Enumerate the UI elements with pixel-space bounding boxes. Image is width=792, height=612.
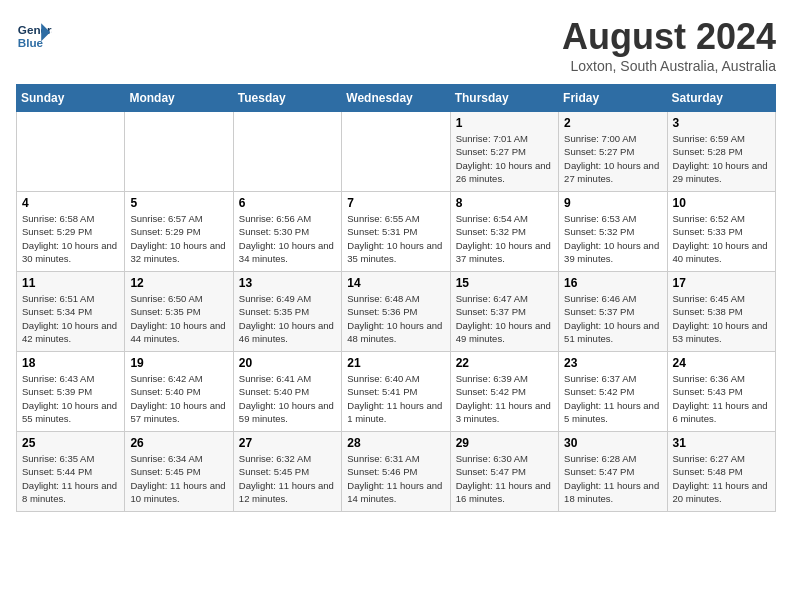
day-number: 28 xyxy=(347,436,444,450)
day-info: Sunrise: 6:32 AMSunset: 5:45 PMDaylight:… xyxy=(239,452,336,505)
day-number: 17 xyxy=(673,276,770,290)
logo: General Blue xyxy=(16,16,52,52)
day-info: Sunrise: 6:52 AMSunset: 5:33 PMDaylight:… xyxy=(673,212,770,265)
calendar-cell: 16Sunrise: 6:46 AMSunset: 5:37 PMDayligh… xyxy=(559,272,667,352)
day-number: 22 xyxy=(456,356,553,370)
calendar-cell: 17Sunrise: 6:45 AMSunset: 5:38 PMDayligh… xyxy=(667,272,775,352)
calendar-cell xyxy=(342,112,450,192)
title-block: August 2024 Loxton, South Australia, Aus… xyxy=(562,16,776,74)
day-info: Sunrise: 6:27 AMSunset: 5:48 PMDaylight:… xyxy=(673,452,770,505)
day-info: Sunrise: 6:45 AMSunset: 5:38 PMDaylight:… xyxy=(673,292,770,345)
day-info: Sunrise: 6:51 AMSunset: 5:34 PMDaylight:… xyxy=(22,292,119,345)
day-info: Sunrise: 6:57 AMSunset: 5:29 PMDaylight:… xyxy=(130,212,227,265)
logo-icon: General Blue xyxy=(16,16,52,52)
calendar-cell: 27Sunrise: 6:32 AMSunset: 5:45 PMDayligh… xyxy=(233,432,341,512)
day-info: Sunrise: 6:49 AMSunset: 5:35 PMDaylight:… xyxy=(239,292,336,345)
calendar-cell: 4Sunrise: 6:58 AMSunset: 5:29 PMDaylight… xyxy=(17,192,125,272)
day-info: Sunrise: 6:43 AMSunset: 5:39 PMDaylight:… xyxy=(22,372,119,425)
calendar-cell: 22Sunrise: 6:39 AMSunset: 5:42 PMDayligh… xyxy=(450,352,558,432)
day-number: 1 xyxy=(456,116,553,130)
day-number: 30 xyxy=(564,436,661,450)
day-number: 4 xyxy=(22,196,119,210)
day-number: 15 xyxy=(456,276,553,290)
page-header: General Blue August 2024 Loxton, South A… xyxy=(16,16,776,74)
calendar-cell: 30Sunrise: 6:28 AMSunset: 5:47 PMDayligh… xyxy=(559,432,667,512)
calendar-cell: 14Sunrise: 6:48 AMSunset: 5:36 PMDayligh… xyxy=(342,272,450,352)
calendar-cell: 21Sunrise: 6:40 AMSunset: 5:41 PMDayligh… xyxy=(342,352,450,432)
calendar-cell: 5Sunrise: 6:57 AMSunset: 5:29 PMDaylight… xyxy=(125,192,233,272)
calendar-cell: 13Sunrise: 6:49 AMSunset: 5:35 PMDayligh… xyxy=(233,272,341,352)
location: Loxton, South Australia, Australia xyxy=(562,58,776,74)
day-info: Sunrise: 6:31 AMSunset: 5:46 PMDaylight:… xyxy=(347,452,444,505)
day-number: 10 xyxy=(673,196,770,210)
day-number: 5 xyxy=(130,196,227,210)
day-info: Sunrise: 6:58 AMSunset: 5:29 PMDaylight:… xyxy=(22,212,119,265)
day-number: 18 xyxy=(22,356,119,370)
calendar-cell: 2Sunrise: 7:00 AMSunset: 5:27 PMDaylight… xyxy=(559,112,667,192)
day-number: 16 xyxy=(564,276,661,290)
calendar-cell: 25Sunrise: 6:35 AMSunset: 5:44 PMDayligh… xyxy=(17,432,125,512)
weekday-header-sunday: Sunday xyxy=(17,85,125,112)
day-number: 7 xyxy=(347,196,444,210)
calendar-cell: 24Sunrise: 6:36 AMSunset: 5:43 PMDayligh… xyxy=(667,352,775,432)
day-number: 3 xyxy=(673,116,770,130)
day-info: Sunrise: 6:35 AMSunset: 5:44 PMDaylight:… xyxy=(22,452,119,505)
calendar-cell xyxy=(233,112,341,192)
day-number: 11 xyxy=(22,276,119,290)
calendar-cell xyxy=(17,112,125,192)
calendar-cell: 26Sunrise: 6:34 AMSunset: 5:45 PMDayligh… xyxy=(125,432,233,512)
calendar-cell: 6Sunrise: 6:56 AMSunset: 5:30 PMDaylight… xyxy=(233,192,341,272)
calendar-cell: 3Sunrise: 6:59 AMSunset: 5:28 PMDaylight… xyxy=(667,112,775,192)
day-info: Sunrise: 7:00 AMSunset: 5:27 PMDaylight:… xyxy=(564,132,661,185)
day-info: Sunrise: 6:46 AMSunset: 5:37 PMDaylight:… xyxy=(564,292,661,345)
calendar-cell: 10Sunrise: 6:52 AMSunset: 5:33 PMDayligh… xyxy=(667,192,775,272)
day-info: Sunrise: 6:34 AMSunset: 5:45 PMDaylight:… xyxy=(130,452,227,505)
calendar-cell: 29Sunrise: 6:30 AMSunset: 5:47 PMDayligh… xyxy=(450,432,558,512)
day-number: 14 xyxy=(347,276,444,290)
calendar-cell: 31Sunrise: 6:27 AMSunset: 5:48 PMDayligh… xyxy=(667,432,775,512)
calendar-cell: 9Sunrise: 6:53 AMSunset: 5:32 PMDaylight… xyxy=(559,192,667,272)
day-info: Sunrise: 6:47 AMSunset: 5:37 PMDaylight:… xyxy=(456,292,553,345)
day-number: 23 xyxy=(564,356,661,370)
day-number: 2 xyxy=(564,116,661,130)
day-number: 8 xyxy=(456,196,553,210)
day-number: 9 xyxy=(564,196,661,210)
day-info: Sunrise: 6:54 AMSunset: 5:32 PMDaylight:… xyxy=(456,212,553,265)
day-number: 27 xyxy=(239,436,336,450)
day-info: Sunrise: 7:01 AMSunset: 5:27 PMDaylight:… xyxy=(456,132,553,185)
calendar-cell: 19Sunrise: 6:42 AMSunset: 5:40 PMDayligh… xyxy=(125,352,233,432)
day-info: Sunrise: 6:56 AMSunset: 5:30 PMDaylight:… xyxy=(239,212,336,265)
weekday-header-monday: Monday xyxy=(125,85,233,112)
day-number: 13 xyxy=(239,276,336,290)
day-info: Sunrise: 6:39 AMSunset: 5:42 PMDaylight:… xyxy=(456,372,553,425)
weekday-header-tuesday: Tuesday xyxy=(233,85,341,112)
day-info: Sunrise: 6:55 AMSunset: 5:31 PMDaylight:… xyxy=(347,212,444,265)
day-number: 19 xyxy=(130,356,227,370)
day-info: Sunrise: 6:42 AMSunset: 5:40 PMDaylight:… xyxy=(130,372,227,425)
calendar-table: SundayMondayTuesdayWednesdayThursdayFrid… xyxy=(16,84,776,512)
day-info: Sunrise: 6:41 AMSunset: 5:40 PMDaylight:… xyxy=(239,372,336,425)
weekday-header-friday: Friday xyxy=(559,85,667,112)
day-number: 20 xyxy=(239,356,336,370)
month-year: August 2024 xyxy=(562,16,776,58)
day-info: Sunrise: 6:37 AMSunset: 5:42 PMDaylight:… xyxy=(564,372,661,425)
calendar-cell: 12Sunrise: 6:50 AMSunset: 5:35 PMDayligh… xyxy=(125,272,233,352)
calendar-cell xyxy=(125,112,233,192)
day-info: Sunrise: 6:36 AMSunset: 5:43 PMDaylight:… xyxy=(673,372,770,425)
day-number: 29 xyxy=(456,436,553,450)
calendar-cell: 11Sunrise: 6:51 AMSunset: 5:34 PMDayligh… xyxy=(17,272,125,352)
day-info: Sunrise: 6:40 AMSunset: 5:41 PMDaylight:… xyxy=(347,372,444,425)
day-info: Sunrise: 6:28 AMSunset: 5:47 PMDaylight:… xyxy=(564,452,661,505)
day-number: 25 xyxy=(22,436,119,450)
calendar-cell: 7Sunrise: 6:55 AMSunset: 5:31 PMDaylight… xyxy=(342,192,450,272)
calendar-cell: 1Sunrise: 7:01 AMSunset: 5:27 PMDaylight… xyxy=(450,112,558,192)
day-info: Sunrise: 6:48 AMSunset: 5:36 PMDaylight:… xyxy=(347,292,444,345)
day-number: 21 xyxy=(347,356,444,370)
svg-text:Blue: Blue xyxy=(18,36,44,49)
calendar-cell: 20Sunrise: 6:41 AMSunset: 5:40 PMDayligh… xyxy=(233,352,341,432)
day-number: 6 xyxy=(239,196,336,210)
calendar-cell: 23Sunrise: 6:37 AMSunset: 5:42 PMDayligh… xyxy=(559,352,667,432)
day-info: Sunrise: 6:53 AMSunset: 5:32 PMDaylight:… xyxy=(564,212,661,265)
calendar-cell: 28Sunrise: 6:31 AMSunset: 5:46 PMDayligh… xyxy=(342,432,450,512)
day-info: Sunrise: 6:30 AMSunset: 5:47 PMDaylight:… xyxy=(456,452,553,505)
